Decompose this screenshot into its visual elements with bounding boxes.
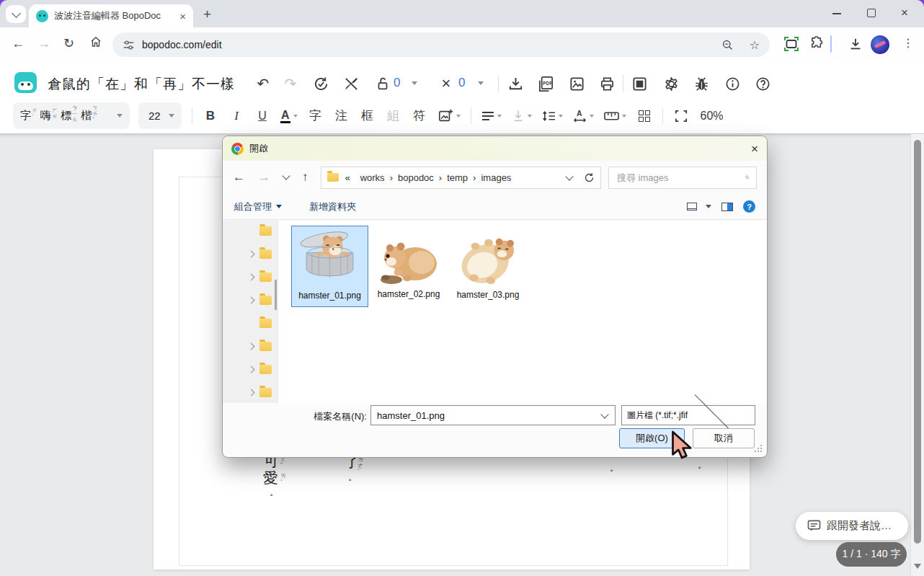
tree-item[interactable] — [223, 362, 278, 376]
breadcrumb-bopodoc[interactable]: bopodoc — [398, 172, 434, 183]
page-frame-button[interactable] — [630, 74, 649, 93]
letter-spacing-button[interactable]: A — [573, 110, 594, 123]
expand-chevron-icon[interactable] — [248, 273, 255, 280]
browser-tab-active[interactable]: 波波注音編輯器 BopoDoc × — [29, 4, 193, 27]
new-folder-button[interactable]: 新增資料夾 — [309, 200, 356, 213]
symbol-button[interactable]: 符 — [412, 107, 427, 124]
clear-dropdown-caret[interactable] — [478, 81, 484, 85]
align-button[interactable] — [481, 111, 502, 121]
tree-item[interactable] — [223, 293, 278, 307]
nav-history-chevron[interactable] — [282, 172, 290, 180]
bold-button[interactable]: B — [203, 109, 218, 123]
dialog-help-button[interactable] — [743, 200, 755, 213]
expand-chevron-icon[interactable] — [248, 342, 255, 350]
lock-button[interactable] — [373, 74, 392, 93]
folder-tree-pane[interactable] — [223, 221, 278, 403]
help-button[interactable] — [753, 74, 772, 93]
char-button[interactable]: 字 — [308, 107, 324, 124]
info-button[interactable] — [723, 74, 742, 93]
tree-item[interactable] — [223, 339, 278, 353]
forward-button[interactable]: → — [37, 35, 50, 51]
sync-check-button[interactable] — [311, 74, 330, 93]
tab-search-button[interactable] — [6, 5, 26, 23]
breadcrumb-temp[interactable]: temp — [447, 172, 468, 183]
address-dropdown-chevron[interactable] — [565, 172, 573, 180]
pen-off-button[interactable] — [342, 74, 360, 93]
insert-image-button[interactable] — [437, 108, 461, 124]
download-doc-button[interactable] — [506, 74, 525, 93]
filetype-combobox[interactable]: 圖片檔 (*.tif;*.jfif;*.pjp;*.apng;* — [621, 405, 755, 425]
settings-button[interactable] — [662, 74, 680, 93]
breadcrumb-images[interactable]: images — [481, 172, 511, 183]
file-tile-hamster-01[interactable]: hamster_01.png — [291, 226, 368, 307]
expand-chevron-icon[interactable] — [248, 365, 255, 373]
window-close-button[interactable]: × — [901, 6, 908, 20]
line-spacing-button[interactable] — [542, 110, 563, 122]
zhuyin-button[interactable]: 注 — [334, 107, 350, 124]
window-maximize-button[interactable] — [867, 9, 876, 17]
tree-item[interactable] — [223, 385, 278, 399]
underline-button[interactable]: U — [254, 110, 270, 123]
scrollbar-thumb[interactable] — [914, 140, 921, 544]
filename-input[interactable] — [371, 410, 602, 421]
tree-item[interactable] — [223, 223, 278, 238]
redo-button[interactable]: ↷ — [281, 74, 300, 93]
tree-item[interactable] — [223, 316, 278, 330]
downloads-button[interactable] — [848, 36, 863, 55]
italic-button[interactable]: I — [228, 109, 244, 123]
refresh-icon[interactable] — [584, 172, 595, 183]
scrollbar-down-arrow[interactable] — [914, 564, 921, 569]
extensions-button[interactable] — [809, 35, 825, 55]
font-family-select[interactable]: 字ㄗˋ 嗨ㄏㄞ 標ㄅㄧㄠ 楷ㄎㄞˇ — [13, 102, 130, 129]
lock-dropdown-caret[interactable] — [412, 81, 417, 85]
tree-scrollbar-thumb[interactable] — [275, 280, 277, 310]
export-pdf-button[interactable]: PDF — [536, 74, 555, 93]
debug-button[interactable] — [692, 74, 711, 93]
font-color-button[interactable]: A — [280, 109, 298, 123]
undo-button[interactable]: ↶ — [254, 74, 272, 93]
dialog-close-button[interactable]: × — [751, 143, 758, 155]
dialog-resize-grip[interactable] — [755, 445, 763, 453]
fullscreen-button[interactable] — [673, 110, 689, 123]
filename-combobox[interactable] — [370, 405, 616, 425]
export-image-button[interactable] — [567, 74, 586, 93]
nav-back-button[interactable]: ← — [233, 170, 245, 185]
organize-button[interactable]: 組合管理 — [234, 200, 272, 213]
ruler-button[interactable] — [604, 111, 626, 121]
zoom-level[interactable]: 60% — [701, 110, 724, 123]
tree-item[interactable] — [223, 247, 278, 261]
omnibox[interactable]: bopodoc.com/edit ☆ — [112, 32, 770, 57]
expand-chevron-icon[interactable] — [248, 389, 255, 396]
file-tile-hamster-02[interactable]: hamster_02.png — [373, 238, 445, 299]
browser-menu-button[interactable]: ⋮ — [902, 36, 914, 50]
file-tile-hamster-03[interactable]: hamster_03.png — [452, 233, 524, 300]
cancel-button[interactable]: 取消 — [693, 428, 755, 448]
breadcrumb-works[interactable]: works — [360, 172, 385, 183]
expand-chevron-icon[interactable] — [248, 296, 255, 303]
nav-up-button[interactable]: ↑ — [302, 170, 308, 185]
change-view-button[interactable] — [687, 203, 711, 211]
expand-chevron-icon[interactable] — [248, 250, 255, 257]
clear-button[interactable]: × — [437, 74, 456, 93]
tab-close-icon[interactable]: × — [179, 10, 186, 22]
address-breadcrumb[interactable]: « works › bopodoc › temp › images — [321, 167, 601, 189]
back-button[interactable]: ← — [12, 35, 25, 51]
document-title[interactable]: 倉鼠的「在」和「再」不一樣 — [48, 75, 235, 94]
new-tab-button[interactable]: + — [203, 6, 211, 22]
feedback-button[interactable]: 跟開發者說… — [796, 512, 908, 540]
frame-button[interactable]: 框 — [360, 107, 376, 124]
tree-item[interactable] — [223, 270, 278, 284]
font-size-select[interactable]: 22 — [138, 102, 182, 129]
zoom-icon[interactable] — [721, 39, 734, 51]
preview-pane-button[interactable] — [721, 203, 733, 211]
grid-view-button[interactable] — [636, 110, 652, 122]
home-button[interactable] — [89, 35, 102, 52]
window-minimize-button[interactable] — [832, 13, 841, 14]
search-input[interactable] — [616, 172, 745, 184]
print-button[interactable] — [598, 74, 616, 93]
screenshot-extension-button[interactable] — [783, 35, 800, 56]
bookmark-star-icon[interactable]: ☆ — [750, 38, 760, 52]
reload-button[interactable]: ↻ — [63, 35, 74, 51]
page-scrollbar[interactable] — [910, 134, 924, 576]
profile-avatar[interactable] — [871, 35, 889, 54]
